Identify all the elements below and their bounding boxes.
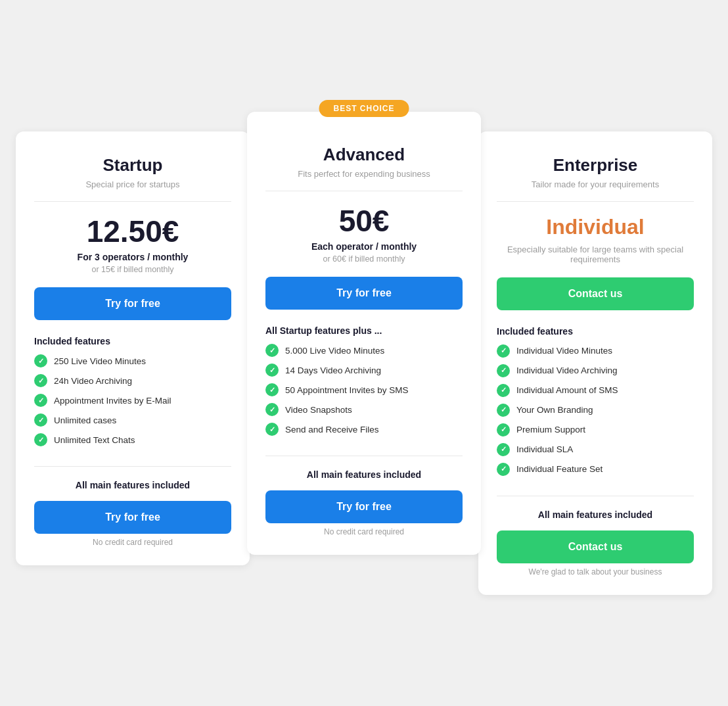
feature-list-startup: ✓ 250 Live Video Minutes ✓ 24h Video Arc… — [34, 354, 231, 453]
card-advanced: BEST CHOICEAdvancedFits perfect for expe… — [247, 112, 481, 555]
cta-bottom-advanced[interactable]: Try for free — [265, 490, 463, 523]
feature-item: ✓ 5.000 Live Video Minutes — [265, 344, 463, 357]
check-icon: ✓ — [265, 344, 279, 357]
price-startup: 12.50€ — [34, 215, 231, 248]
check-icon: ✓ — [34, 374, 47, 387]
cta-bottom-enterprise[interactable]: Contact us — [497, 530, 694, 563]
divider-top — [497, 201, 694, 202]
features-label-startup: Included features — [34, 336, 231, 346]
cta-top-advanced[interactable]: Try for free — [265, 277, 463, 310]
feature-text: 50 Appointment Invites by SMS — [285, 385, 409, 395]
feature-text: Individual Amount of SMS — [516, 385, 618, 395]
cta-top-startup[interactable]: Try for free — [34, 287, 231, 320]
feature-item: ✓ 50 Appointment Invites by SMS — [265, 383, 463, 396]
check-icon: ✓ — [34, 413, 47, 427]
bottom-section-startup: All main features included Try for free … — [34, 453, 231, 547]
bottom-label-startup: All main features included — [34, 480, 231, 490]
feature-item: ✓ Individual Video Archiving — [497, 364, 694, 377]
bottom-divider — [265, 456, 463, 456]
feature-text: Individual Video Archiving — [516, 365, 618, 375]
feature-item: ✓ Appointment Invites by E-Mail — [34, 394, 231, 407]
plan-title-startup: Startup — [34, 155, 231, 176]
feature-list-advanced: ✓ 5.000 Live Video Minutes ✓ 14 Days Vid… — [265, 344, 463, 442]
check-icon: ✓ — [497, 443, 510, 456]
check-icon: ✓ — [497, 404, 510, 417]
price-period-advanced: Each operator / monthly — [265, 241, 463, 252]
bottom-section-advanced: All main features included Try for free … — [265, 442, 463, 536]
plan-title-enterprise: Enterprise — [497, 155, 694, 176]
price-note-advanced: or 60€ if billed monthly — [265, 254, 463, 264]
pricing-container: StartupSpecial price for startups12.50€F… — [16, 112, 712, 595]
feature-text: Send and Receive Files — [285, 425, 379, 435]
feature-item: ✓ 14 Days Video Archiving — [265, 364, 463, 377]
bottom-divider — [34, 466, 231, 467]
bottom-divider — [497, 496, 694, 496]
features-label-advanced: All Startup features plus ... — [265, 325, 463, 336]
no-credit-enterprise: We're glad to talk about your business — [497, 567, 694, 577]
feature-item: ✓ Individual Amount of SMS — [497, 384, 694, 397]
card-startup: StartupSpecial price for startups12.50€F… — [16, 131, 250, 566]
check-icon: ✓ — [265, 364, 279, 377]
feature-text: 5.000 Live Video Minutes — [285, 346, 384, 356]
price-desc-enterprise: Especially suitable for large teams with… — [497, 245, 694, 264]
check-icon: ✓ — [497, 463, 510, 476]
plan-subtitle-enterprise: Tailor made for your requirements — [497, 179, 694, 189]
feature-text: Your Own Branding — [516, 405, 593, 415]
bottom-label-enterprise: All main features included — [497, 509, 694, 520]
no-credit-startup: No credit card required — [34, 538, 231, 547]
cta-top-enterprise[interactable]: Contact us — [497, 277, 694, 310]
feature-text: Unlimited cases — [54, 415, 116, 425]
feature-item: ✓ Premium Support — [497, 423, 694, 436]
feature-text: Unlimited Text Chats — [54, 435, 135, 445]
feature-item: ✓ Send and Receive Files — [265, 423, 463, 436]
features-label-enterprise: Included features — [497, 326, 694, 337]
feature-text: Individual SLA — [516, 444, 573, 454]
bottom-section-enterprise: All main features included Contact us We… — [497, 482, 694, 577]
feature-item: ✓ Individual Video Minutes — [497, 344, 694, 358]
check-icon: ✓ — [265, 383, 279, 396]
no-credit-advanced: No credit card required — [265, 527, 463, 536]
check-icon: ✓ — [497, 364, 510, 377]
price-note-startup: or 15€ if billed monthly — [34, 265, 231, 274]
feature-text: 250 Live Video Minutes — [54, 356, 146, 366]
bottom-label-advanced: All main features included — [265, 469, 463, 480]
feature-item: ✓ Individual Feature Set — [497, 463, 694, 476]
feature-item: ✓ Your Own Branding — [497, 404, 694, 417]
divider-top — [265, 191, 463, 191]
feature-item: ✓ Video Snapshots — [265, 403, 463, 416]
feature-text: Premium Support — [516, 425, 585, 435]
feature-item: ✓ 250 Live Video Minutes — [34, 354, 231, 367]
card-enterprise: EnterpriseTailor made for your requireme… — [478, 131, 712, 595]
check-icon: ✓ — [497, 344, 510, 358]
plan-subtitle-startup: Special price for startups — [34, 179, 231, 189]
divider-top — [34, 201, 231, 202]
feature-item: ✓ Individual SLA — [497, 443, 694, 456]
check-icon: ✓ — [34, 354, 47, 367]
feature-list-enterprise: ✓ Individual Video Minutes ✓ Individual … — [497, 344, 694, 482]
check-icon: ✓ — [34, 433, 47, 446]
plan-subtitle-advanced: Fits perfect for expending business — [265, 169, 463, 179]
feature-text: 14 Days Video Archiving — [285, 365, 381, 375]
feature-text: 24h Video Archiving — [54, 376, 132, 386]
feature-text: Video Snapshots — [285, 405, 352, 415]
check-icon: ✓ — [497, 384, 510, 397]
check-icon: ✓ — [265, 423, 279, 436]
price-period-startup: For 3 operators / monthly — [34, 252, 231, 262]
feature-text: Appointment Invites by E-Mail — [54, 396, 171, 406]
check-icon: ✓ — [497, 423, 510, 436]
feature-item: ✓ Unlimited Text Chats — [34, 433, 231, 446]
price-advanced: 50€ — [265, 204, 463, 238]
best-choice-badge: BEST CHOICE — [319, 100, 409, 117]
feature-text: Individual Feature Set — [516, 464, 603, 474]
feature-item: ✓ Unlimited cases — [34, 413, 231, 427]
check-icon: ✓ — [34, 394, 47, 407]
cta-bottom-startup[interactable]: Try for free — [34, 501, 231, 534]
feature-item: ✓ 24h Video Archiving — [34, 374, 231, 387]
check-icon: ✓ — [265, 403, 279, 416]
plan-title-advanced: Advanced — [265, 145, 463, 165]
feature-text: Individual Video Minutes — [516, 346, 612, 356]
price-enterprise: Individual — [497, 215, 694, 239]
